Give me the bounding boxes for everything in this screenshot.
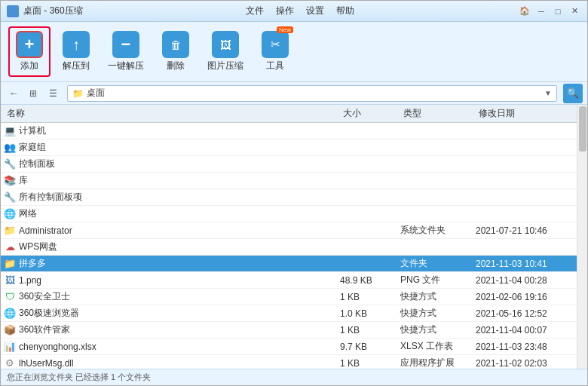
file-name: Administrator [19, 225, 72, 236]
address-text: 桌面 [87, 87, 544, 100]
file-name: 所有控制面板项 [19, 191, 82, 204]
search-button[interactable]: 🔍 [563, 84, 583, 103]
list-item[interactable]: 🌐 网络 [1, 206, 577, 222]
imgcomp-label: 图片压缩 [207, 60, 243, 72]
file-size: 1 KB [340, 358, 400, 369]
delete-button[interactable]: 🗑 删除 [156, 28, 195, 75]
list-item[interactable]: 📚 库 [1, 173, 577, 189]
list-header: 名称 大小 类型 修改日期 [1, 105, 577, 123]
file-name: 360极速浏览器 [19, 307, 79, 320]
file-name: chenyonghong.xlsx [19, 342, 96, 352]
file-date: 2021-11-03 10:41 [476, 259, 574, 269]
file-type: 文件夹 [400, 257, 476, 270]
search-icon: 🔍 [567, 87, 579, 99]
file-date: 2021-05-16 12:52 [476, 308, 574, 319]
file-type: 快捷方式 [400, 290, 476, 303]
file-type: XLSX 工作表 [400, 340, 476, 353]
scroll-thumb[interactable] [579, 106, 586, 152]
file-size: 9.7 KB [340, 342, 400, 352]
title-bar-left: 桌面 - 360压缩 [7, 5, 83, 17]
list-item[interactable]: 👥 家庭组 [1, 139, 577, 156]
scrollbar[interactable] [577, 105, 587, 369]
file-name: WPS网盘 [19, 240, 57, 253]
window-title: 桌面 - 360压缩 [23, 5, 83, 17]
back-button[interactable]: ← [5, 85, 22, 102]
menu-file[interactable]: 文件 [246, 5, 264, 17]
list-item[interactable]: 🔧 控制面板 [1, 156, 577, 173]
menu-operate[interactable]: 操作 [276, 5, 294, 17]
file-name: 360软件管家 [19, 323, 70, 336]
restore-button[interactable]: 🏠 [518, 5, 531, 18]
file-size: 1 KB [340, 292, 400, 302]
file-icon: 🌐 [4, 208, 16, 220]
file-name: 1.png [19, 275, 41, 286]
close-button[interactable]: ✕ [568, 5, 581, 18]
menu-settings[interactable]: 设置 [306, 5, 324, 17]
file-date: 2021-11-02 02:03 [476, 358, 574, 369]
tools-label: 工具 [266, 60, 284, 72]
file-icon: 📚 [4, 175, 16, 187]
file-date: 2021-02-06 19:16 [476, 292, 574, 302]
list-item[interactable]: 🌐 360极速浏览器 1.0 KB 快捷方式 2021-05-16 12:52 [1, 305, 577, 322]
list-item[interactable]: ⚙ lhUserMsg.dll 1 KB 应用程序扩展 2021-11-02 0… [1, 355, 577, 369]
imgcomp-icon: 🖼 [212, 31, 239, 58]
file-type: 快捷方式 [400, 307, 476, 320]
view-large-button[interactable]: ⊞ [25, 85, 41, 102]
list-item[interactable]: 📁 Administrator 系统文件夹 2021-07-21 10:46 [1, 222, 577, 239]
file-type: PNG 文件 [400, 274, 476, 286]
list-item[interactable]: 📊 chenyonghong.xlsx 9.7 KB XLSX 工作表 2021… [1, 339, 577, 355]
file-icon: 👥 [4, 142, 16, 154]
status-text: 您正在浏览文件夹 已经选择 1 个文件夹 [7, 372, 151, 383]
delete-label: 删除 [167, 60, 185, 72]
file-icon: 🛡 [4, 291, 16, 303]
extract-label: 解压到 [63, 60, 90, 72]
file-name: lhUserMsg.dll [19, 358, 74, 369]
file-area: 名称 大小 类型 修改日期 💻 计算机 👥 家庭组 🔧 控制面板 [1, 105, 587, 369]
file-type: 快捷方式 [400, 323, 476, 336]
file-type: 系统文件夹 [400, 224, 476, 237]
list-item[interactable]: 🔧 所有控制面板项 [1, 189, 577, 206]
header-type[interactable]: 类型 [400, 107, 476, 120]
address-input-wrap[interactable]: 📁 桌面 ▼ [67, 85, 557, 102]
extract-button[interactable]: ↑ 解压到 [57, 28, 96, 75]
file-icon: 📊 [4, 341, 16, 353]
file-type: 应用程序扩展 [400, 357, 476, 369]
list-item[interactable]: ☁ WPS网盘 [1, 239, 577, 256]
address-dropdown-arrow[interactable]: ▼ [544, 89, 552, 97]
add-button[interactable]: + 添加 [8, 26, 51, 77]
header-name[interactable]: 名称 [4, 107, 340, 120]
file-icon: 📁 [4, 258, 16, 270]
imgcomp-button[interactable]: 🖼 图片压缩 [201, 28, 250, 75]
view-list-button[interactable]: ☰ [44, 85, 61, 102]
menu-help[interactable]: 帮助 [336, 5, 354, 17]
menu-bar: 文件 操作 设置 帮助 [246, 5, 354, 17]
onekey-button[interactable]: − 一键解压 [102, 28, 150, 75]
onekey-label: 一键解压 [108, 60, 144, 72]
minimize-button[interactable]: ─ [534, 5, 548, 18]
window-controls: 🏠 ─ □ ✕ [518, 5, 581, 18]
list-item[interactable]: 📦 360软件管家 1 KB 快捷方式 2021-11-04 00:07 [1, 322, 577, 339]
maximize-button[interactable]: □ [551, 5, 565, 18]
file-name: 控制面板 [19, 158, 55, 170]
file-icon: ☁ [4, 241, 16, 253]
header-size[interactable]: 大小 [340, 107, 400, 120]
file-icon: 🌐 [4, 308, 16, 320]
file-name: 家庭组 [19, 141, 46, 154]
file-size: 1.0 KB [340, 308, 400, 319]
list-item[interactable]: 💻 计算机 [1, 123, 577, 139]
header-date[interactable]: 修改日期 [476, 107, 574, 120]
list-item[interactable]: 🛡 360安全卫士 1 KB 快捷方式 2021-02-06 19:16 [1, 289, 577, 305]
file-icon: 💻 [4, 125, 16, 137]
file-name: 库 [19, 174, 28, 187]
file-list: 名称 大小 类型 修改日期 💻 计算机 👥 家庭组 🔧 控制面板 [1, 105, 577, 369]
list-item[interactable]: 📁 拼多多 文件夹 2021-11-03 10:41 [1, 256, 577, 272]
tools-button[interactable]: ✂ New 工具 [256, 28, 295, 75]
file-date: 2021-11-03 23:48 [476, 342, 574, 352]
file-icon: 🔧 [4, 158, 16, 170]
file-name: 360安全卫士 [19, 290, 70, 303]
file-size: 48.9 KB [340, 275, 400, 286]
list-item[interactable]: 🖼 1.png 48.9 KB PNG 文件 2021-11-04 00:28 [1, 272, 577, 289]
file-icon: 🔧 [4, 191, 16, 204]
toolbar: + 添加 ↑ 解压到 − 一键解压 🗑 删除 🖼 图片压缩 [1, 22, 587, 82]
tools-icon: ✂ New [262, 31, 289, 58]
